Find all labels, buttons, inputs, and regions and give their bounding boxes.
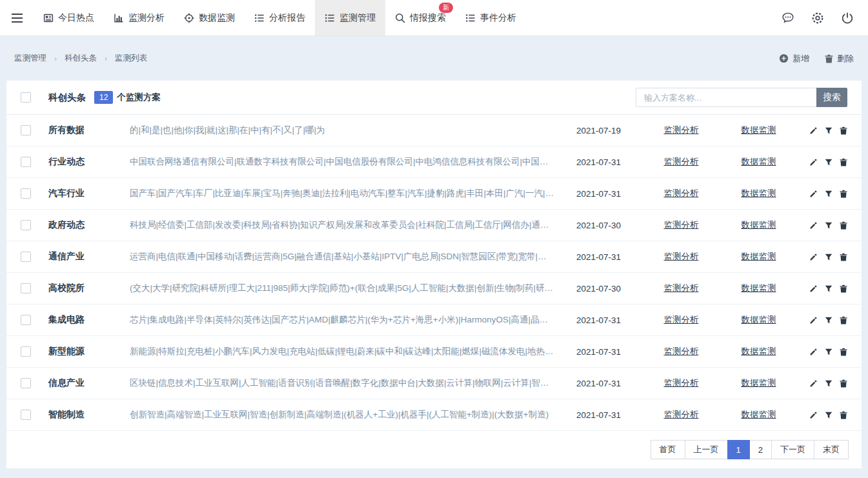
monitor-analysis-link[interactable]: 监测分析 bbox=[641, 283, 722, 294]
data-monitor-link[interactable]: 数据监测 bbox=[722, 283, 796, 294]
delete-icon[interactable] bbox=[840, 411, 847, 419]
nav-item-event-analysis[interactable]: 事件分析 bbox=[456, 0, 526, 35]
breadcrumb-separator: › bbox=[105, 54, 107, 63]
nav-item-data-monitor[interactable]: 数据监测 bbox=[174, 0, 245, 35]
search-button[interactable]: 搜索 bbox=[816, 88, 847, 107]
nav-item-monitor-manage[interactable]: 监测管理 bbox=[315, 0, 385, 35]
data-monitor-link[interactable]: 数据监测 bbox=[722, 314, 796, 326]
monitor-analysis-link[interactable]: 监测分析 bbox=[641, 219, 722, 231]
select-all-checkbox[interactable] bbox=[21, 92, 31, 103]
filter-icon[interactable] bbox=[825, 126, 833, 135]
nav-item-label: 今日热点 bbox=[58, 12, 94, 24]
row-checkbox[interactable] bbox=[21, 220, 31, 230]
monitor-analysis-link[interactable]: 监测分析 bbox=[641, 251, 722, 263]
breadcrumb-monitor-manage[interactable]: 监测管理 bbox=[14, 53, 46, 64]
delete-icon[interactable] bbox=[840, 379, 847, 388]
breadcrumb-plan-group[interactable]: 科创头条 bbox=[65, 53, 97, 64]
filter-icon[interactable] bbox=[825, 316, 833, 324]
pagination-next[interactable]: 下一页 bbox=[771, 440, 814, 459]
edit-icon[interactable] bbox=[809, 284, 818, 293]
delete-icon[interactable] bbox=[840, 253, 847, 261]
filter-icon[interactable] bbox=[825, 190, 833, 198]
row-checkbox[interactable] bbox=[21, 188, 31, 199]
filter-icon[interactable] bbox=[825, 253, 833, 261]
monitor-analysis-link[interactable]: 监测分析 bbox=[641, 377, 722, 389]
monitor-analysis-link[interactable]: 监测分析 bbox=[641, 124, 722, 136]
pagination-last[interactable]: 末页 bbox=[814, 440, 849, 459]
data-monitor-link[interactable]: 数据监测 bbox=[722, 377, 796, 389]
data-monitor-link[interactable]: 数据监测 bbox=[722, 156, 796, 168]
plan-date: 2021-07-31 bbox=[576, 347, 641, 357]
edit-icon[interactable] bbox=[809, 190, 818, 198]
data-monitor-link[interactable]: 数据监测 bbox=[722, 188, 796, 199]
table-row: 所有数据 的|和|是|也|他|你|我|就|这|那|在|中|有|不|又|了|哪|为… bbox=[6, 115, 862, 146]
delete-button-label: 删除 bbox=[837, 53, 854, 65]
row-checkbox[interactable] bbox=[21, 252, 31, 262]
filter-icon[interactable] bbox=[825, 221, 833, 230]
nav-item-label: 数据监测 bbox=[199, 12, 235, 24]
delete-icon[interactable] bbox=[840, 190, 847, 198]
filter-icon[interactable] bbox=[825, 158, 833, 166]
data-monitor-link[interactable]: 数据监测 bbox=[722, 409, 796, 421]
row-checkbox[interactable] bbox=[21, 157, 31, 167]
pagination-page[interactable]: 2 bbox=[749, 440, 772, 459]
plan-keywords: 运营商|电信|联通|中国移动|话费|运营商|5G|融合通信|基站|小基站|IPT… bbox=[130, 251, 554, 263]
edit-icon[interactable] bbox=[809, 348, 818, 356]
plan-date: 2021-07-31 bbox=[576, 315, 641, 325]
delete-selected-button[interactable]: 删除 bbox=[825, 53, 854, 65]
nav-item-intel-search[interactable]: 情报搜索 新 bbox=[385, 0, 456, 35]
row-checkbox[interactable] bbox=[21, 283, 31, 294]
filter-icon[interactable] bbox=[825, 411, 833, 419]
nav-item-monitor-analysis[interactable]: 监测分析 bbox=[104, 0, 174, 35]
edit-icon[interactable] bbox=[809, 253, 818, 261]
pagination-page[interactable]: 1 bbox=[727, 440, 750, 459]
nav-item-analysis-report[interactable]: 分析报告 bbox=[245, 0, 315, 35]
nav-item-today-hot[interactable]: 今日热点 bbox=[34, 0, 104, 35]
edit-icon[interactable] bbox=[809, 126, 818, 135]
row-checkbox[interactable] bbox=[21, 378, 31, 388]
edit-icon[interactable] bbox=[809, 316, 818, 324]
filter-icon[interactable] bbox=[825, 379, 833, 388]
edit-icon[interactable] bbox=[809, 158, 818, 166]
delete-icon[interactable] bbox=[840, 348, 847, 356]
monitor-analysis-link[interactable]: 监测分析 bbox=[641, 156, 722, 168]
plan-date: 2021-07-31 bbox=[576, 379, 641, 388]
row-checkbox[interactable] bbox=[21, 410, 31, 420]
pagination-prev[interactable]: 上一页 bbox=[685, 440, 728, 459]
filter-icon[interactable] bbox=[825, 284, 833, 293]
monitor-analysis-link[interactable]: 监测分析 bbox=[641, 188, 722, 199]
main-nav: 今日热点 监测分析 数据监测 分析报告 监测管理 bbox=[34, 0, 526, 35]
plan-name: 信息产业 bbox=[48, 377, 130, 389]
menu-toggle-button[interactable] bbox=[0, 0, 34, 35]
breadcrumb-monitor-list[interactable]: 监测列表 bbox=[115, 53, 147, 64]
data-monitor-link[interactable]: 数据监测 bbox=[722, 251, 796, 263]
row-checkbox[interactable] bbox=[21, 125, 31, 135]
delete-icon[interactable] bbox=[840, 316, 847, 324]
settings-button[interactable] bbox=[811, 12, 824, 25]
plan-search-input[interactable] bbox=[636, 88, 816, 107]
delete-icon[interactable] bbox=[840, 158, 847, 166]
add-button[interactable]: 新增 bbox=[779, 53, 809, 65]
row-checkbox[interactable] bbox=[21, 315, 31, 325]
edit-icon[interactable] bbox=[809, 411, 818, 419]
row-checkbox[interactable] bbox=[21, 346, 31, 357]
data-monitor-link[interactable]: 数据监测 bbox=[722, 219, 796, 231]
monitor-analysis-link[interactable]: 监测分析 bbox=[641, 409, 722, 421]
row-actions bbox=[796, 348, 847, 356]
edit-icon[interactable] bbox=[809, 379, 818, 388]
pagination-first[interactable]: 首页 bbox=[651, 440, 685, 459]
delete-icon[interactable] bbox=[840, 284, 847, 293]
delete-icon[interactable] bbox=[840, 126, 847, 135]
monitor-analysis-link[interactable]: 监测分析 bbox=[641, 314, 722, 326]
data-monitor-link[interactable]: 数据监测 bbox=[722, 346, 796, 357]
search-icon bbox=[395, 13, 405, 23]
messages-button[interactable] bbox=[782, 12, 794, 24]
plan-keywords: 国产车|国产汽车|车厂|比亚迪|车展|宝马|奔驰|奥迪|法拉利|电动汽车|整车|… bbox=[130, 188, 554, 199]
delete-icon[interactable] bbox=[840, 221, 847, 230]
monitor-analysis-link[interactable]: 监测分析 bbox=[641, 346, 722, 357]
filter-icon[interactable] bbox=[825, 348, 833, 356]
edit-icon[interactable] bbox=[809, 221, 818, 230]
data-monitor-link[interactable]: 数据监测 bbox=[722, 124, 796, 136]
logout-button[interactable] bbox=[841, 12, 854, 25]
list-icon bbox=[465, 13, 476, 23]
